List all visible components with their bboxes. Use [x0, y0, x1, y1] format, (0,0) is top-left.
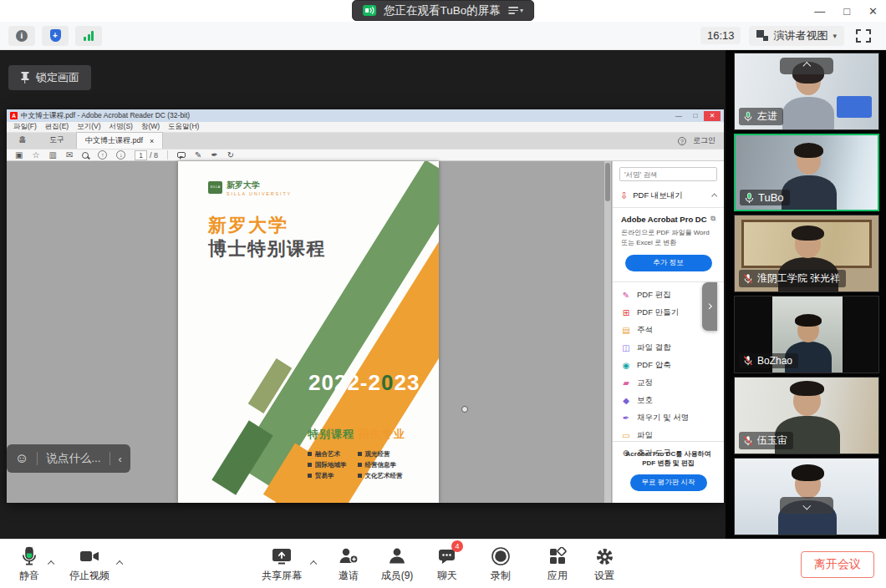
menu-sign[interactable]: 서명(S): [109, 122, 133, 132]
mic-options-chevron[interactable]: [48, 555, 53, 570]
tool-protect[interactable]: ◆보호: [613, 392, 724, 409]
shield-plus-icon: +: [50, 29, 61, 42]
settings-button[interactable]: 设置: [578, 545, 630, 583]
fullscreen-button[interactable]: [853, 26, 874, 46]
pdf-page[interactable]: SILLA 新罗大学 SILLA UNIVERSITY 新罗大学 博士特别课程 …: [178, 161, 439, 503]
banner-menu-button[interactable]: ▾: [508, 7, 523, 14]
major-item: 经营信息学: [358, 459, 403, 470]
scroll-down-button[interactable]: [780, 497, 833, 514]
export-pdf-row[interactable]: ⇩ PDF 내보내기: [613, 186, 724, 208]
emoji-icon[interactable]: ☺: [15, 451, 28, 466]
meeting-control-bar: 静音 停止视频 共享屏幕 邀请 成员(9): [0, 539, 886, 588]
major-item: 观光经营: [358, 449, 403, 459]
acrobat-close-button[interactable]: ✕: [704, 111, 721, 121]
document-scrollbar[interactable]: [604, 161, 611, 503]
close-button[interactable]: ✕: [868, 6, 878, 17]
university-name-cn: 新罗大学: [227, 181, 292, 190]
tools-search-input[interactable]: [619, 167, 717, 181]
tool-combine-files[interactable]: ◫파일 결합: [613, 339, 724, 357]
caret-down-icon: ▾: [833, 32, 837, 40]
scroll-up-button[interactable]: [780, 58, 833, 74]
panel-collapse-handle[interactable]: [702, 282, 717, 331]
pin-icon: [20, 72, 29, 84]
view-mode-button[interactable]: 演讲者视图 ▾: [749, 26, 844, 46]
mic-muted-icon: [742, 355, 754, 367]
network-quality-button[interactable]: [75, 26, 102, 46]
free-trial-button[interactable]: 무료 평가판 시작: [630, 474, 707, 491]
settings-gear-icon: [595, 545, 614, 567]
collapse-chat-icon[interactable]: ‹: [119, 453, 122, 465]
tab-document[interactable]: 中文博士课程.pdf ×: [76, 132, 163, 149]
login-link[interactable]: 로그인: [693, 135, 715, 146]
participant-tile[interactable]: 淮阴工学院 张光祥: [734, 215, 879, 292]
tool-redact[interactable]: ▰교정: [613, 374, 724, 392]
pencil-icon[interactable]: ✎: [195, 151, 201, 160]
participant-tile-active-speaker[interactable]: TuBo: [734, 134, 879, 211]
chat-input-placeholder[interactable]: 说点什么...: [46, 451, 100, 466]
create-pdf-icon: ⊞: [621, 309, 631, 317]
combine-files-icon: ◫: [621, 344, 631, 352]
fill-sign-icon: ✒: [621, 414, 631, 423]
quick-chat-bar[interactable]: ☺ 说点什么... ‹: [7, 444, 130, 473]
acrobat-titlebar[interactable]: A 中文博士课程.pdf - Adobe Acrobat Reader DC (…: [7, 109, 724, 122]
signal-bars-icon: [84, 31, 94, 41]
next-page-icon[interactable]: ↓: [116, 150, 125, 160]
video-options-chevron[interactable]: [117, 555, 122, 570]
comment-icon[interactable]: [177, 152, 186, 158]
tab-document-title: 中文博士课程.pdf: [85, 135, 143, 146]
participant-tile[interactable]: 伍玉宙: [734, 377, 879, 454]
list-icon: [508, 7, 518, 14]
meeting-info-button[interactable]: i: [8, 26, 35, 46]
leave-meeting-button[interactable]: 离开会议: [801, 551, 874, 578]
tab-tools[interactable]: 도구: [38, 131, 76, 149]
promo-more-info-button[interactable]: 추가 정보: [625, 255, 712, 271]
acrobat-minimize-button[interactable]: —: [670, 111, 687, 121]
page-number-input[interactable]: 1: [135, 150, 147, 160]
menu-window[interactable]: 창(W): [141, 122, 160, 132]
files-icon: ▭: [621, 432, 631, 440]
minimize-button[interactable]: —: [814, 6, 825, 17]
record-button[interactable]: 录制: [475, 545, 527, 583]
apps-button[interactable]: 应用: [532, 545, 583, 583]
members-button[interactable]: 成员(9): [371, 545, 423, 583]
invite-button[interactable]: 邀请: [323, 545, 374, 583]
tab-home[interactable]: 홈: [7, 131, 38, 149]
tool-compress-pdf[interactable]: ◉PDF 압축: [613, 357, 724, 374]
lock-view-button[interactable]: 锁定画面: [8, 65, 91, 90]
participant-tile[interactable]: [734, 458, 879, 535]
maximize-button[interactable]: □: [843, 6, 850, 17]
print-icon[interactable]: ▥: [48, 151, 56, 160]
star-icon[interactable]: ☆: [32, 151, 39, 160]
security-button[interactable]: +: [42, 26, 69, 46]
presenter-cursor: [461, 406, 468, 413]
copy-icon: ⧉: [710, 215, 715, 224]
tab-close-icon[interactable]: ×: [150, 137, 154, 145]
university-name-en: SILLA UNIVERSITY: [227, 191, 292, 196]
sign-icon[interactable]: ✒: [211, 151, 217, 160]
chevron-up-icon[interactable]: [711, 193, 718, 200]
export-pdf-label: PDF 내보내기: [633, 190, 683, 201]
participant-tile[interactable]: BoZhao: [734, 296, 879, 373]
share-options-chevron[interactable]: [311, 555, 316, 570]
help-icon[interactable]: ?: [678, 137, 686, 145]
previous-page-icon[interactable]: ↑: [98, 150, 107, 160]
promo-description: 온라인으로 PDF 파일을 Word 또는 Excel 로 변환: [621, 228, 715, 247]
email-icon[interactable]: ✉: [66, 151, 73, 160]
tool-fill-sign[interactable]: ✒채우기 및 서명: [613, 409, 724, 427]
acrobat-maximize-button[interactable]: □: [687, 111, 704, 121]
menu-help[interactable]: 도움말(H): [168, 122, 199, 132]
share-screen-button[interactable]: 共享屏幕: [256, 545, 308, 583]
chat-button[interactable]: 4 聊天: [421, 545, 473, 583]
send-icon[interactable]: ↻: [227, 151, 234, 160]
toolbar-divider: [167, 150, 168, 160]
search-icon[interactable]: [82, 152, 89, 159]
cover-title-line2: 博士特别课程: [208, 236, 326, 261]
acrobat-window-title: 中文博士课程.pdf - Adobe Acrobat Reader DC (32…: [21, 111, 190, 121]
stop-video-button[interactable]: 停止视频: [64, 545, 115, 583]
tools-search: [619, 167, 717, 181]
tabbar-right: ? 로그인: [678, 135, 724, 149]
menu-view[interactable]: 보기(V): [77, 122, 100, 132]
major-item: 融合艺术: [308, 449, 347, 459]
participant-tile[interactable]: 左进: [734, 53, 879, 130]
save-icon[interactable]: ▣: [15, 151, 23, 160]
